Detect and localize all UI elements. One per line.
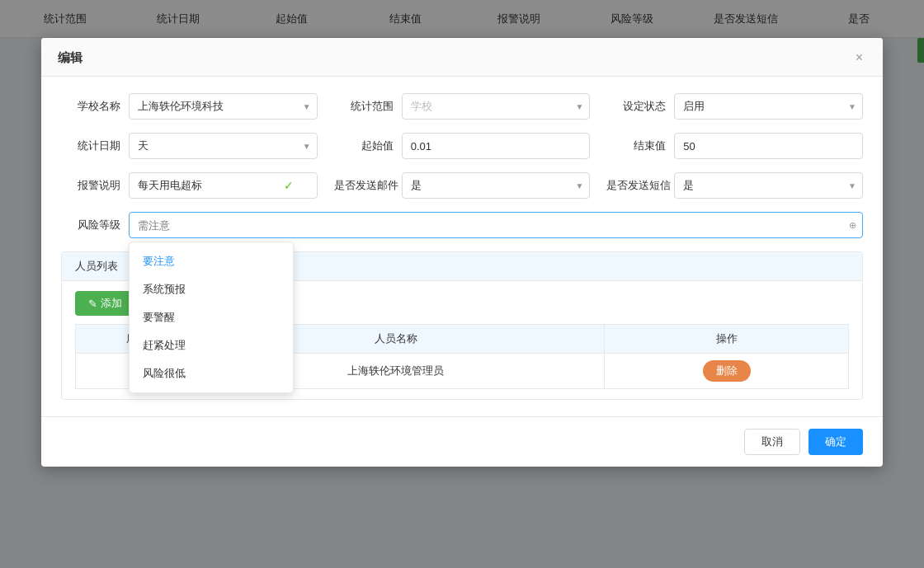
- modal-header: 编辑 ×: [41, 38, 883, 77]
- confirm-button[interactable]: 确定: [808, 429, 863, 455]
- form-row-1: 学校名称 上海轶伦环境科技 ▼ 统计范围 学校 ▼ 设定状态: [61, 93, 863, 120]
- risk-label: 风险等级: [61, 218, 120, 232]
- form-row-2: 统计日期 天 ▼ 起始值 结束值: [61, 133, 863, 159]
- stats-range-label: 统计范围: [334, 99, 394, 114]
- status-group: 设定状态 启用 ▼: [606, 93, 863, 120]
- stats-date-select-wrapper[interactable]: 天 ▼: [129, 133, 318, 159]
- end-value-label: 结束值: [606, 138, 666, 153]
- stats-date-group: 统计日期 天 ▼: [61, 133, 318, 159]
- status-label: 设定状态: [606, 99, 666, 114]
- send-sms-group: 是否发送短信 是 ▼: [606, 172, 863, 199]
- end-value-input[interactable]: [674, 133, 863, 159]
- modal-body: 学校名称 上海轶伦环境科技 ▼ 统计范围 学校 ▼ 设定状态: [41, 77, 883, 416]
- send-email-group: 是否发送邮件 是 ▼: [334, 172, 591, 199]
- add-icon: ✎: [88, 298, 97, 310]
- alarm-select-wrapper[interactable]: 每天用电超标 ✓: [129, 172, 318, 199]
- send-email-label: 是否发送邮件: [334, 178, 394, 193]
- start-value-group: 起始值: [334, 133, 591, 159]
- risk-group: 风险等级 ⊕ 要注意 系统预报 要警醒 赶紧处理 风险很低: [61, 212, 863, 238]
- send-sms-select-wrapper[interactable]: 是 ▼: [674, 172, 863, 199]
- stats-range-select[interactable]: 学校: [402, 93, 591, 120]
- risk-input[interactable]: [129, 212, 863, 238]
- send-email-select-wrapper[interactable]: 是 ▼: [402, 172, 591, 199]
- start-value-label: 起始值: [334, 138, 394, 153]
- end-value-group: 结束值: [606, 133, 863, 159]
- edit-modal: 编辑 × 学校名称 上海轶伦环境科技 ▼ 统计范围 学校 ▼: [41, 38, 883, 467]
- status-select-wrapper[interactable]: 启用 ▼: [674, 93, 863, 120]
- school-select[interactable]: 上海轶伦环境科技: [129, 93, 318, 120]
- alarm-group: 报警说明 每天用电超标 ✓: [61, 172, 318, 199]
- school-label: 学校名称: [61, 99, 120, 114]
- personnel-title: 人员列表: [75, 259, 118, 274]
- risk-clear-icon[interactable]: ⊕: [849, 220, 856, 231]
- alarm-select[interactable]: 每天用电超标 ✓: [129, 172, 318, 199]
- risk-option-3[interactable]: 要警醒: [130, 303, 293, 331]
- risk-option-2[interactable]: 系统预报: [130, 275, 293, 303]
- row-action: 删除: [605, 354, 849, 389]
- add-personnel-button[interactable]: ✎ 添加: [75, 291, 135, 316]
- alarm-label: 报警说明: [61, 178, 120, 193]
- stats-range-select-wrapper[interactable]: 学校 ▼: [402, 93, 591, 120]
- stats-date-label: 统计日期: [61, 138, 120, 153]
- close-button[interactable]: ×: [852, 49, 866, 66]
- alarm-check-icon: ✓: [284, 179, 294, 192]
- add-label: 添加: [101, 296, 122, 311]
- school-select-wrapper[interactable]: 上海轶伦环境科技 ▼: [129, 93, 318, 120]
- send-sms-label: 是否发送短信: [606, 178, 666, 193]
- stats-date-select[interactable]: 天: [129, 133, 318, 159]
- risk-option-5[interactable]: 风险很低: [130, 359, 293, 387]
- school-group: 学校名称 上海轶伦环境科技 ▼: [61, 93, 318, 120]
- risk-input-wrapper: ⊕ 要注意 系统预报 要警醒 赶紧处理 风险很低: [129, 212, 863, 238]
- form-row-4: 风险等级 ⊕ 要注意 系统预报 要警醒 赶紧处理 风险很低: [61, 212, 863, 238]
- modal-title: 编辑: [58, 50, 82, 66]
- cancel-button[interactable]: 取消: [744, 429, 800, 455]
- status-select[interactable]: 启用: [674, 93, 863, 120]
- col-action: 操作: [605, 325, 849, 354]
- risk-option-4[interactable]: 赶紧处理: [130, 331, 293, 359]
- stats-range-group: 统计范围 学校 ▼: [334, 93, 591, 120]
- start-value-input[interactable]: [402, 133, 591, 159]
- send-sms-select[interactable]: 是: [674, 172, 863, 199]
- modal-footer: 取消 确定: [41, 416, 883, 467]
- risk-option-1[interactable]: 要注意: [130, 247, 293, 275]
- modal-overlay: 编辑 × 学校名称 上海轶伦环境科技 ▼ 统计范围 学校 ▼: [0, 0, 924, 568]
- form-row-3: 报警说明 每天用电超标 ✓ 是否发送邮件 是 ▼: [61, 172, 863, 199]
- delete-button[interactable]: 删除: [703, 360, 751, 382]
- send-email-select[interactable]: 是: [402, 172, 591, 199]
- risk-dropdown: 要注意 系统预报 要警醒 赶紧处理 风险很低: [129, 242, 294, 393]
